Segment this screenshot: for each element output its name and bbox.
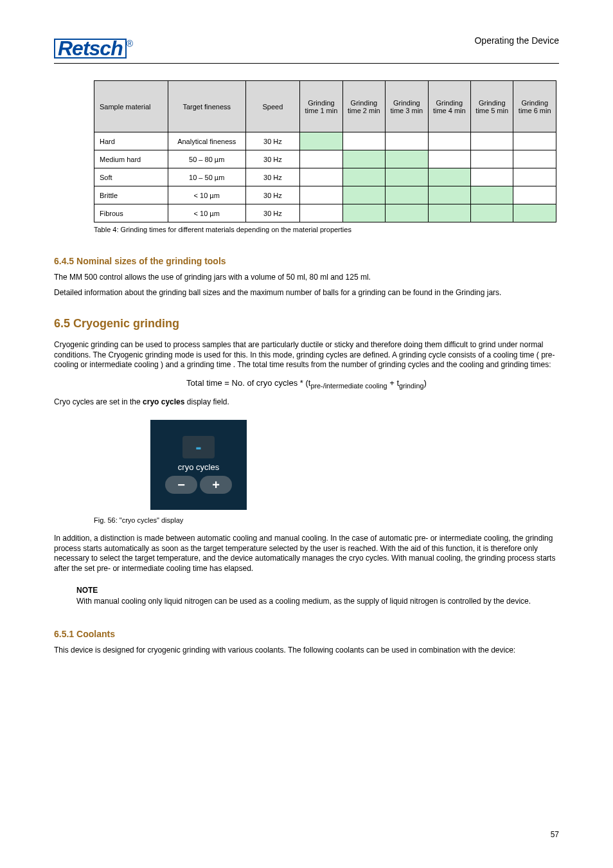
table-cell [300,132,342,150]
table-cell [300,186,342,204]
th-2: Grinding time 2 min [342,81,385,132]
table-cell [342,186,385,204]
table-cell [513,132,556,150]
table-cell [513,168,556,186]
table-cell [471,204,513,222]
heading-coolants: 6.5.1 Coolants [54,629,559,639]
nominal-p1: The MM 500 control allows the use of gri… [54,273,559,283]
table-cell: < 10 µm [168,186,245,204]
table-cell [428,186,470,204]
table-cell: 30 Hz [245,186,300,204]
cryo-p2: Cryo cycles are set in the cryo cycles d… [54,397,559,408]
table-cell [513,186,556,204]
table-cell [342,150,385,168]
table-cell: < 10 µm [168,204,245,222]
nominal-p2: Detailed information about the grinding … [54,288,559,298]
table-row: Brittle< 10 µm30 Hz [94,186,556,204]
page-number: 57 [551,830,559,839]
th-5: Grinding time 5 min [471,81,513,132]
grinding-times-table: Sample material Target fineness Speed Gr… [94,80,556,222]
coolants-p1: This device is designed for cryogenic gr… [54,646,559,656]
table-cell [300,168,342,186]
note-title: NOTE [76,586,559,595]
table-cell [471,186,513,204]
table-row: Fibrous< 10 µm30 Hz [94,204,556,222]
table-cell: Analytical fineness [168,132,245,150]
cryo-minus-button[interactable]: − [165,476,197,494]
table-cell: Hard [94,132,168,150]
table-cell [471,132,513,150]
th-sample: Sample material [94,81,168,132]
table-cell [342,132,385,150]
table-cell [513,150,556,168]
cryo-cycles-value-display: - [182,436,215,458]
table-cell [300,204,342,222]
table-row: Medium hard50 – 80 µm30 Hz [94,150,556,168]
table-cell [386,204,428,222]
header-chapter-label: Operating the Device [474,35,559,46]
table-cell: Fibrous [94,204,168,222]
th-fineness: Target fineness [168,81,245,132]
note-block: NOTE With manual cooling only liquid nit… [76,586,559,607]
brand-logo: Retsch® [54,39,133,59]
table-caption: Table 4: Grinding times for different ma… [94,226,559,233]
table-cell [386,168,428,186]
table-cell: 30 Hz [245,132,300,150]
th-1: Grinding time 1 min [300,81,342,132]
cryo-p1: Cryogenic grinding can be used to proces… [54,340,559,370]
cryo-cycles-figure: - cryo cycles − + [150,420,247,510]
cooling-modes-paragraph: In addition, a distinction is made betwe… [54,534,559,574]
table-cell: Brittle [94,186,168,204]
cryo-formula: Total time = No. of cryo cycles * (tpre-… [54,378,559,390]
th-4: Grinding time 4 min [428,81,470,132]
table-cell [428,204,470,222]
table-row: Soft10 – 50 µm30 Hz [94,168,556,186]
fig56-caption: Fig. 56: "cryo cycles" display [94,516,559,524]
heading-cryo: 6.5 Cryogenic grinding [54,317,559,330]
table-cell [386,186,428,204]
table-cell: Soft [94,168,168,186]
th-6: Grinding time 6 min [513,81,556,132]
th-3: Grinding time 3 min [386,81,428,132]
table-cell: 50 – 80 µm [168,150,245,168]
table-cell [428,150,470,168]
table-cell: 10 – 50 µm [168,168,245,186]
table-cell [300,150,342,168]
table-cell [386,132,428,150]
table-cell [428,132,470,150]
table-cell [342,204,385,222]
table-cell [513,204,556,222]
table-cell [428,168,470,186]
header-rule [54,63,559,64]
th-speed: Speed [245,81,300,132]
table-cell [471,168,513,186]
table-cell: 30 Hz [245,204,300,222]
cryo-cycles-label: cryo cycles [178,462,219,472]
table-cell: Medium hard [94,150,168,168]
table-cell: 30 Hz [245,168,300,186]
heading-nominal-sizes: 6.4.5 Nominal sizes of the grinding tool… [54,256,559,266]
cryo-plus-button[interactable]: + [200,476,232,494]
table-cell [471,150,513,168]
table-cell: 30 Hz [245,150,300,168]
note-body: With manual cooling only liquid nitrogen… [76,597,559,607]
table-row: HardAnalytical fineness30 Hz [94,132,556,150]
table-cell [386,150,428,168]
table-cell [342,168,385,186]
